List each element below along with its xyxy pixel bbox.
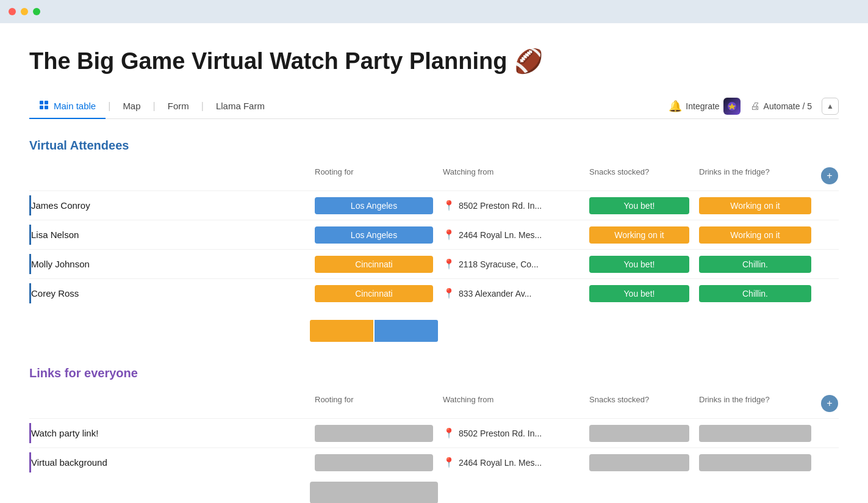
tab-main-table[interactable]: Main table: [29, 94, 106, 119]
table-row: James Conroy Los Angeles 📍 8502 Preston …: [29, 190, 839, 220]
location-virtual: 2464 Royal Ln. Mes...: [459, 458, 542, 468]
cell-rooting-corey: Cincinnati: [310, 280, 438, 307]
minimize-dot[interactable]: [21, 8, 28, 15]
virtual-attendees-title: Virtual Attendees: [29, 139, 839, 153]
name-molly: Molly Johnson: [31, 259, 90, 269]
cell-extra-virtual: [816, 458, 838, 468]
svg-rect-0: [40, 101, 43, 104]
cell-rooting-watch: [310, 420, 438, 447]
tag-rooting-james[interactable]: Los Angeles: [315, 197, 433, 214]
cell-location-corey: 📍 833 Alexander Av...: [438, 283, 584, 304]
cell-rooting-lisa: Los Angeles: [310, 222, 438, 248]
printer-icon: 🖨: [750, 101, 760, 112]
table-row: Virtual background 📍 2464 Royal Ln. Mes.…: [29, 447, 839, 477]
cell-location-virtual: 📍 2464 Royal Ln. Mes...: [438, 452, 584, 473]
cell-snacks-molly: You bet!: [584, 251, 694, 278]
automate-action[interactable]: 🖨 Automate / 5: [750, 101, 812, 112]
links-th-watching: Watching from: [438, 393, 584, 414]
tag-snacks-lisa[interactable]: Working on it: [589, 226, 689, 244]
cell-location-lisa: 📍 2464 Royal Ln. Mes...: [438, 224, 584, 245]
virtual-attendees-section: Virtual Attendees Rooting for Watching f…: [29, 139, 839, 342]
grey-tag: [315, 425, 433, 442]
links-th-rooting: Rooting for: [310, 393, 438, 414]
grey-drinks: [699, 425, 811, 442]
location-watch: 8502 Preston Rd. In...: [459, 429, 542, 438]
location-james: 8502 Preston Rd. In...: [459, 201, 542, 211]
links-add-column-button[interactable]: +: [821, 395, 838, 412]
table-row: Corey Ross Cincinnati 📍 833 Alexander Av…: [29, 278, 839, 308]
cell-location-molly: 📍 2118 Syracuse, Co...: [438, 253, 584, 275]
close-dot[interactable]: [9, 8, 16, 15]
cell-extra-james: [816, 201, 838, 211]
cell-location-watch: 📍 8502 Preston Rd. In...: [438, 422, 584, 444]
th-drinks: Drinks in the fridge?: [694, 165, 816, 187]
name-corey: Corey Ross: [31, 288, 79, 299]
tag-drinks-lisa[interactable]: Working on it: [699, 226, 811, 244]
integrate-action[interactable]: 🔔 Integrate: [669, 98, 740, 115]
links-th-drinks: Drinks in the fridge?: [694, 393, 816, 414]
svg-rect-3: [45, 106, 48, 109]
bell-icon: 🔔: [669, 100, 682, 113]
tag-drinks-molly[interactable]: Chillin.: [699, 256, 811, 273]
cell-name-virtual-bg: Virtual background: [29, 452, 310, 472]
tag-drinks-corey[interactable]: Chillin.: [699, 285, 811, 302]
cell-rooting-molly: Cincinnati: [310, 251, 438, 278]
cell-snacks-james: You bet!: [584, 192, 694, 219]
cell-snacks-corey: You bet!: [584, 280, 694, 307]
tab-form-label: Form: [168, 101, 189, 111]
grey-bar: [310, 482, 438, 503]
cell-drinks-watch: [694, 420, 816, 447]
tab-main-table-label: Main table: [54, 101, 96, 111]
integrate-app-icon: [723, 98, 741, 115]
cell-name-molly: Molly Johnson: [29, 254, 310, 274]
cell-snacks-lisa: Working on it: [584, 222, 694, 248]
tag-drinks-james[interactable]: Working on it: [699, 197, 811, 214]
tab-map[interactable]: Map: [113, 95, 150, 118]
pin-icon-corey: 📍: [443, 288, 455, 299]
add-column-button[interactable]: +: [821, 167, 838, 184]
tab-llama-farm[interactable]: Llama Farm: [206, 95, 274, 118]
tag-snacks-corey[interactable]: You bet!: [589, 285, 689, 302]
cell-drinks-lisa: Working on it: [694, 222, 816, 248]
tabs-right: 🔔 Integrate 🖨 Automate / 5 ▲: [669, 98, 839, 115]
tab-map-label: Map: [123, 101, 140, 111]
collapse-button[interactable]: ▲: [822, 98, 839, 115]
grey-drinks-virtual: [699, 454, 811, 471]
svg-rect-1: [45, 101, 48, 104]
grey-snacks-virtual: [589, 454, 689, 471]
table-row: Watch party link! 📍 8502 Preston Rd. In.…: [29, 418, 839, 447]
links-th-add: +: [816, 393, 838, 414]
cell-name-james: James Conroy: [29, 195, 310, 215]
name-lisa: Lisa Nelson: [31, 230, 79, 240]
name-watch-link: Watch party link!: [31, 428, 98, 438]
location-molly: 2118 Syracuse, Co...: [459, 259, 539, 269]
cell-extra-watch: [816, 429, 838, 438]
cell-snacks-watch: [584, 420, 694, 447]
grey-snacks: [589, 425, 689, 442]
tag-snacks-james[interactable]: You bet!: [589, 197, 689, 214]
pin-icon-virtual: 📍: [443, 457, 455, 468]
svg-rect-2: [40, 106, 43, 109]
th-snacks: Snacks stocked?: [584, 165, 694, 187]
cell-rooting-virtual: [310, 449, 438, 476]
tag-snacks-molly[interactable]: You bet!: [589, 256, 689, 273]
automate-label: Automate / 5: [764, 101, 812, 111]
cell-drinks-james: Working on it: [694, 192, 816, 219]
cell-extra-corey: [816, 289, 838, 299]
name-virtual-bg: Virtual background: [31, 457, 107, 468]
location-lisa: 2464 Royal Ln. Mes...: [459, 230, 542, 240]
tab-form[interactable]: Form: [158, 95, 199, 118]
grey-tag-virtual: [315, 454, 433, 471]
maximize-dot[interactable]: [33, 8, 40, 15]
cell-drinks-corey: Chillin.: [694, 280, 816, 307]
cell-extra-molly: [816, 259, 838, 269]
cell-drinks-molly: Chillin.: [694, 251, 816, 278]
th-watching: Watching from: [438, 165, 584, 187]
tag-rooting-molly[interactable]: Cincinnati: [315, 256, 433, 273]
tag-rooting-lisa[interactable]: Los Angeles: [315, 226, 433, 244]
separator-3: |: [199, 101, 206, 112]
tag-rooting-corey[interactable]: Cincinnati: [315, 285, 433, 302]
table-row: Molly Johnson Cincinnati 📍 2118 Syracuse…: [29, 249, 839, 278]
th-add: +: [816, 165, 838, 187]
pin-icon-james: 📍: [443, 200, 455, 211]
